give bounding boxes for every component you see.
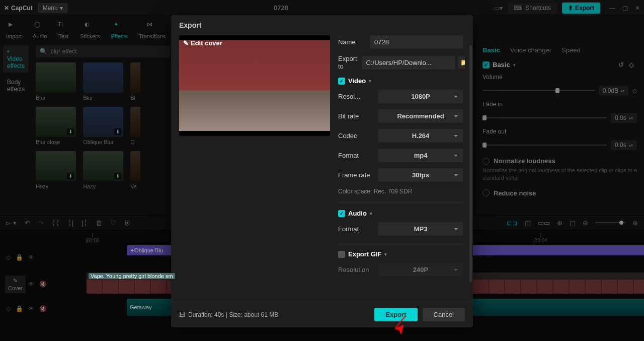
- film-icon: 🎞: [179, 311, 185, 318]
- dialog-title: Export: [171, 15, 473, 35]
- browse-folder-button[interactable]: 📁: [458, 56, 465, 69]
- duration-size-text: Duration: 40s | Size: about 61 MB: [188, 311, 278, 318]
- edit-cover-button[interactable]: ✎ Edit cover: [183, 39, 222, 47]
- format-label: Format: [338, 152, 373, 159]
- format-dropdown[interactable]: mp4: [378, 149, 463, 162]
- audio-format-label: Format: [338, 225, 373, 233]
- path-input[interactable]: [362, 56, 455, 70]
- pencil-icon: ✎: [183, 39, 189, 47]
- framerate-label: Frame rate: [338, 171, 373, 179]
- resolution-dropdown[interactable]: 1080P: [378, 90, 463, 103]
- export-confirm-button[interactable]: Export: [374, 308, 417, 321]
- codec-dropdown[interactable]: H.264: [378, 129, 463, 143]
- framerate-dropdown[interactable]: 30fps: [378, 168, 463, 182]
- gif-section-label: Export GIF: [348, 250, 381, 258]
- export-preview: ✎ Edit cover: [179, 35, 330, 136]
- resolution-label: Resol...: [338, 93, 373, 100]
- audio-section-label: Audio: [348, 210, 367, 217]
- name-input[interactable]: [370, 35, 463, 49]
- video-section-label: Video: [348, 77, 366, 85]
- audio-format-dropdown[interactable]: MP3: [378, 222, 463, 236]
- bitrate-dropdown[interactable]: Recommended: [378, 109, 463, 123]
- export-dialog: Export ✎ Edit cover Name Export to 📁: [171, 15, 473, 327]
- color-space-text: Color space: Rec. 709 SDR: [338, 188, 463, 195]
- cancel-button[interactable]: Cancel: [423, 308, 465, 321]
- audio-checkbox[interactable]: ✓: [338, 210, 345, 217]
- video-checkbox[interactable]: ✓: [338, 78, 345, 85]
- gif-res-label: Resolution: [338, 266, 373, 274]
- name-label: Name: [338, 38, 365, 46]
- gif-checkbox[interactable]: ✓: [338, 251, 345, 258]
- folder-icon: 📁: [460, 58, 465, 66]
- export-to-label: Export to: [338, 55, 357, 70]
- codec-label: Codec: [338, 132, 373, 140]
- gif-res-dropdown: 240P: [378, 263, 463, 277]
- bitrate-label: Bit rate: [338, 112, 373, 120]
